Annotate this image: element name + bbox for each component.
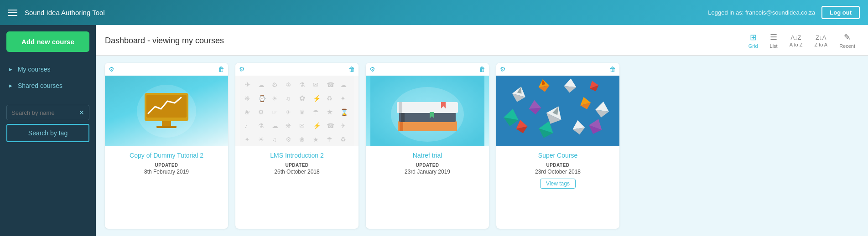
svg-point-55	[391, 87, 464, 142]
svg-text:⚗: ⚗	[299, 81, 305, 88]
list-icon: ☰	[770, 32, 777, 42]
svg-text:⚗: ⚗	[258, 122, 264, 129]
course-title[interactable]: LMS Introduction 2	[242, 152, 352, 159]
svg-text:☂: ☂	[327, 136, 333, 143]
sidebar-item-my-courses[interactable]: ► My courses	[0, 61, 96, 77]
atoz-icon: A↓Z	[790, 34, 801, 41]
main-layout: Add new course ► My courses ► Shared cou…	[0, 25, 868, 236]
grid-icon: ⊞	[750, 32, 757, 42]
svg-rect-4	[156, 126, 177, 128]
gear-icon[interactable]: ⚙	[239, 66, 245, 73]
svg-text:★: ★	[313, 136, 319, 143]
trash-icon[interactable]: 🗑	[479, 66, 485, 73]
svg-text:♫: ♫	[286, 95, 291, 102]
svg-text:☂: ☂	[313, 108, 319, 116]
course-date: 26th October 2018	[242, 169, 352, 175]
clear-search-icon[interactable]: ✕	[79, 109, 84, 116]
sidebar: Add new course ► My courses ► Shared cou…	[0, 25, 96, 236]
course-title[interactable]: Copy of Dummy Tutorial 2	[111, 152, 222, 159]
svg-text:✉: ✉	[313, 81, 318, 88]
svg-text:♻: ♻	[340, 136, 346, 143]
sidebar-item-shared-courses[interactable]: ► Shared courses	[0, 77, 96, 94]
course-thumbnail	[105, 76, 228, 146]
content-area: Dashboard - viewing my courses ⊞ Grid ☰ …	[96, 25, 868, 236]
chevron-right-icon: ►	[8, 67, 13, 72]
course-card: ⚙ 🗑 ✈ ☁ ⚙ ♔ ⚗ ✉ ☎ ☁ ❋	[235, 63, 359, 229]
svg-text:✈: ✈	[340, 122, 346, 129]
trash-icon[interactable]: 🗑	[609, 66, 616, 73]
svg-text:♫: ♫	[272, 136, 277, 143]
course-date: 23rd January 2019	[372, 169, 483, 175]
svg-text:❀: ❀	[299, 136, 305, 143]
course-title[interactable]: Super Course	[503, 152, 613, 159]
svg-text:❋: ❋	[244, 95, 250, 102]
svg-text:⚙: ⚙	[258, 108, 264, 116]
course-updated-label: UPDATED	[503, 163, 613, 168]
svg-text:☁: ☁	[258, 81, 265, 88]
svg-text:⚡: ⚡	[313, 122, 321, 130]
svg-text:♛: ♛	[299, 108, 305, 116]
svg-text:☎: ☎	[327, 81, 334, 88]
svg-text:✈: ✈	[286, 108, 291, 116]
svg-text:✈: ✈	[244, 81, 250, 88]
svg-text:⚙: ⚙	[286, 136, 291, 143]
course-title[interactable]: Natref trial	[372, 152, 483, 159]
card-body: Copy of Dummy Tutorial 2 UPDATED 8th Feb…	[105, 146, 228, 181]
view-recent-button[interactable]: ✎ Recent	[836, 31, 859, 51]
header-right: Logged in as: francois@soundidea.co.za L…	[708, 6, 860, 19]
gear-icon[interactable]: ⚙	[109, 66, 114, 73]
course-card: ⚙ 🗑	[105, 63, 228, 229]
course-date: 8th February 2019	[111, 169, 222, 175]
card-top: ⚙ 🗑	[496, 63, 619, 76]
gear-icon[interactable]: ⚙	[369, 66, 375, 73]
card-body: Natref trial UPDATED 23rd January 2019	[366, 146, 489, 181]
course-grid: ⚙ 🗑	[96, 56, 868, 236]
view-list-label: List	[770, 43, 778, 49]
view-controls: ⊞ Grid ☰ List A↓Z A to Z Z↓A Z to A ✎	[745, 31, 859, 51]
course-card: ⚙ 🗑	[366, 63, 489, 229]
add-course-button[interactable]: Add new course	[6, 31, 89, 52]
card-body: LMS Introduction 2 UPDATED 26th October …	[235, 146, 359, 181]
search-by-tag-button[interactable]: Search by tag	[6, 124, 89, 142]
sidebar-item-label: Shared courses	[18, 82, 62, 89]
card-top: ⚙ 🗑	[235, 63, 359, 76]
svg-text:⌛: ⌛	[340, 108, 348, 116]
course-thumbnail	[366, 76, 489, 146]
chevron-right-icon: ►	[8, 83, 13, 88]
view-list-button[interactable]: ☰ List	[766, 31, 781, 51]
logout-button[interactable]: Log out	[821, 6, 860, 19]
search-name-input[interactable]	[11, 109, 71, 116]
app-title: Sound Idea Authoring Tool	[25, 9, 105, 16]
recent-icon: ✎	[844, 32, 851, 42]
svg-text:❋: ❋	[286, 122, 291, 129]
hamburger-menu[interactable]	[8, 10, 17, 16]
svg-rect-5	[240, 76, 354, 146]
view-atoz-button[interactable]: A↓Z A to Z	[786, 32, 806, 49]
course-updated-label: UPDATED	[242, 163, 352, 168]
card-top: ⚙ 🗑	[105, 63, 228, 76]
course-updated-label: UPDATED	[372, 163, 483, 168]
svg-text:☁: ☁	[272, 122, 278, 129]
trash-icon[interactable]: 🗑	[218, 66, 224, 73]
gear-icon[interactable]: ⚙	[500, 66, 506, 73]
page-title: Dashboard - viewing my courses	[105, 36, 224, 46]
header-left: Sound Idea Authoring Tool	[8, 9, 105, 16]
svg-text:❀: ❀	[244, 108, 250, 116]
content-header: Dashboard - viewing my courses ⊞ Grid ☰ …	[96, 25, 868, 56]
trash-icon[interactable]: 🗑	[348, 66, 355, 73]
svg-text:☞: ☞	[272, 108, 278, 116]
course-updated-label: UPDATED	[111, 163, 222, 168]
view-ztoa-button[interactable]: Z↓A Z to A	[811, 32, 831, 49]
view-tags-button[interactable]: View tags	[540, 179, 576, 189]
svg-text:✿: ✿	[299, 94, 305, 102]
svg-text:☀: ☀	[258, 136, 264, 143]
view-grid-label: Grid	[748, 43, 758, 49]
svg-text:✦: ✦	[244, 136, 250, 143]
course-thumbnail	[496, 76, 619, 146]
view-ztoa-label: Z to A	[814, 42, 827, 47]
logged-in-text: Logged in as: francois@soundidea.co.za	[708, 9, 815, 16]
view-grid-button[interactable]: ⊞ Grid	[745, 31, 762, 51]
svg-text:♪: ♪	[244, 122, 248, 129]
view-atoz-label: A to Z	[790, 42, 803, 47]
sidebar-item-label: My courses	[18, 66, 51, 73]
